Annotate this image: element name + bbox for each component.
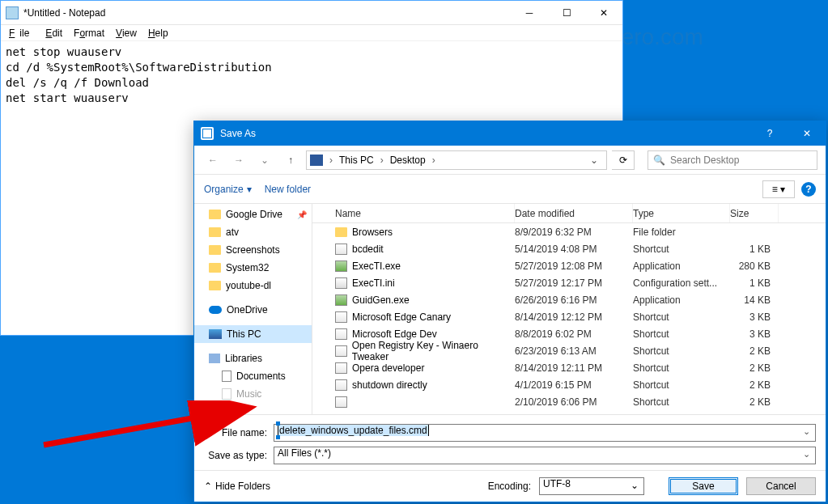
nav-item[interactable]: Documents (194, 367, 312, 385)
nav-item-label: Music (236, 388, 261, 400)
saveas-help-button[interactable]: ? (751, 121, 788, 146)
saveas-bottom: ⌃ Hide Folders Encoding: UTF-8 Save Canc… (194, 470, 826, 502)
file-row[interactable]: 2/10/2019 6:06 PMShortcut2 KB (312, 393, 826, 410)
refresh-button[interactable]: ⟳ (612, 150, 635, 170)
file-icon (335, 260, 347, 272)
file-row[interactable]: GuidGen.exe6/26/2019 6:16 PMApplication1… (312, 291, 826, 308)
nav-item[interactable]: Libraries (194, 349, 312, 367)
up-button[interactable]: ↑ (280, 150, 301, 170)
nav-item[interactable]: Screenshots (194, 241, 312, 259)
forward-button[interactable]: → (228, 150, 249, 170)
nav-item[interactable]: Google Drive📌 (194, 205, 312, 223)
nav-item[interactable]: atv (194, 223, 312, 241)
back-button[interactable]: ← (202, 150, 223, 170)
file-list-header: Name Date modified Type Size (312, 204, 826, 223)
col-date[interactable]: Date modified (515, 204, 633, 222)
nav-item[interactable]: System32 (194, 259, 312, 277)
notepad-menubar: File Edit Format View Help (1, 25, 622, 41)
menu-format[interactable]: Format (69, 26, 109, 40)
help-icon[interactable]: ? (801, 182, 816, 197)
file-size: 2 KB (730, 396, 779, 408)
recent-locations-button[interactable]: ⌄ (254, 150, 275, 170)
file-date: 2/10/2019 6:06 PM (515, 396, 633, 408)
file-date: 8/8/2019 6:02 PM (515, 328, 633, 340)
breadcrumb-thispc[interactable]: This PC (336, 153, 377, 167)
nav-item-label: youtube-dl (226, 280, 271, 291)
folder-icon (209, 227, 221, 237)
file-row[interactable]: Open Registry Key - Winaero Tweaker6/23/… (312, 342, 826, 359)
nav-item[interactable]: OneDrive (194, 301, 312, 319)
notepad-titlebar[interactable]: *Untitled - Notepad ─ ☐ ✕ (1, 1, 622, 25)
search-placeholder: Search Desktop (670, 155, 739, 166)
file-name: ExecTI.exe (352, 260, 401, 272)
file-row[interactable]: bcdedit5/14/2019 4:08 PMShortcut1 KB (312, 240, 826, 257)
nav-item[interactable]: youtube-dl (194, 277, 312, 294)
nav-item[interactable]: This PC (194, 325, 312, 343)
thispc-icon (310, 155, 323, 166)
file-type: Application (633, 294, 730, 306)
file-icon (335, 345, 347, 357)
file-row[interactable]: ExecTI.exe5/27/2019 12:08 PMApplication2… (312, 257, 826, 274)
newfolder-button[interactable]: New folder (265, 184, 311, 195)
close-button[interactable]: ✕ (585, 1, 622, 25)
minimize-button[interactable]: ─ (511, 1, 548, 25)
encoding-select[interactable]: UTF-8 (539, 477, 644, 495)
saveas-titlebar[interactable]: Save As ? ✕ (194, 121, 826, 146)
chevron-right-icon: › (379, 155, 385, 166)
menu-help[interactable]: Help (143, 26, 173, 40)
file-icon (335, 244, 347, 255)
menu-view[interactable]: View (111, 26, 142, 40)
col-name[interactable]: Name (312, 204, 515, 222)
file-row[interactable]: Microsoft Edge Canary8/14/2019 12:12 PMS… (312, 308, 826, 325)
filename-input[interactable]: delete_windows_update_files.cmd (274, 424, 816, 442)
address-bar[interactable]: › This PC › Desktop › ⌄ (306, 150, 607, 170)
file-name: Open Registry Key - Winaero Tweaker (352, 340, 515, 362)
saveas-icon (201, 127, 214, 140)
search-input[interactable]: 🔍 Search Desktop (648, 150, 817, 170)
chevron-down-icon: ▾ (247, 184, 252, 195)
file-date: 6/23/2019 6:13 AM (515, 345, 633, 357)
saveastype-select[interactable]: All Files (*.*) (274, 447, 816, 464)
save-button[interactable]: Save (669, 477, 738, 495)
file-date: 5/14/2019 4:08 PM (515, 244, 633, 255)
nav-item-label: OneDrive (227, 304, 268, 316)
doc-icon (222, 388, 231, 400)
menu-edit[interactable]: Edit (40, 26, 67, 40)
col-size[interactable]: Size (730, 204, 779, 222)
address-dropdown[interactable]: ⌄ (585, 155, 603, 166)
file-date: 6/26/2019 6:16 PM (515, 294, 633, 306)
col-type[interactable]: Type (633, 204, 730, 222)
hide-folders-button[interactable]: ⌃ Hide Folders (204, 481, 270, 492)
organize-button[interactable]: Organize ▾ (204, 184, 252, 195)
file-row[interactable]: Opera developer8/14/2019 12:11 PMShortcu… (312, 359, 826, 376)
encoding-label: Encoding: (488, 481, 531, 492)
maximize-button[interactable]: ☐ (548, 1, 585, 25)
notepad-editor[interactable]: net stop wuauserv cd /d %SystemRoot%\Sof… (1, 41, 622, 109)
file-name: Microsoft Edge Canary (352, 311, 451, 323)
file-row[interactable]: ExecTI.ini5/27/2019 12:17 PMConfiguratio… (312, 274, 826, 291)
view-options-button[interactable]: ≡ ▾ (762, 180, 795, 198)
menu-file[interactable]: File (4, 26, 39, 40)
nav-item-label: This PC (227, 328, 261, 340)
file-name: GuidGen.exe (352, 294, 410, 306)
file-name: ExecTI.ini (352, 277, 395, 289)
file-size: 280 KB (730, 260, 779, 272)
file-type: Application (633, 260, 730, 272)
chevron-right-icon: › (431, 155, 437, 166)
file-name: Opera developer (352, 362, 424, 374)
file-icon (335, 379, 347, 391)
saveas-close-button[interactable]: ✕ (788, 121, 826, 146)
file-icon (335, 328, 347, 340)
file-row[interactable]: shutdown directly4/1/2019 6:15 PMShortcu… (312, 376, 826, 393)
cancel-button[interactable]: Cancel (746, 477, 816, 495)
saveas-dialog: Save As ? ✕ ← → ⌄ ↑ › This PC › Desktop … (193, 121, 826, 502)
file-type: Shortcut (633, 379, 730, 391)
nav-item-label: System32 (226, 262, 269, 273)
file-type: Shortcut (633, 362, 730, 374)
file-row[interactable]: Browsers8/9/2019 6:32 PMFile folder (312, 223, 826, 240)
file-date: 4/1/2019 6:15 PM (515, 379, 633, 391)
notepad-title: *Untitled - Notepad (23, 7, 511, 19)
breadcrumb-desktop[interactable]: Desktop (387, 153, 429, 167)
search-icon: 🔍 (653, 155, 665, 166)
file-type: Shortcut (633, 244, 730, 255)
